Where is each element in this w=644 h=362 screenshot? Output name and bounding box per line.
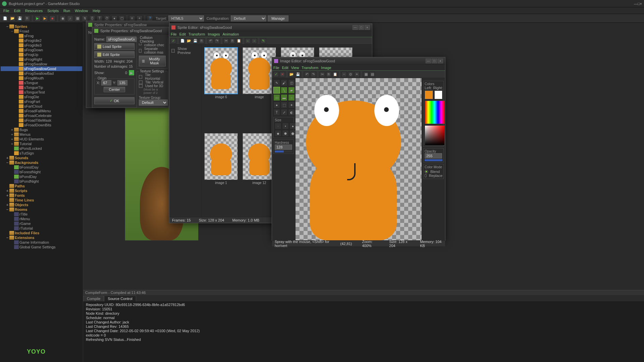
tree-sprite[interactable]: sFrogRight [1, 57, 82, 62]
edit-icon[interactable]: ✎ [261, 38, 266, 44]
redo-icon[interactable]: ↷ [311, 72, 316, 77]
tree-included[interactable]: Included Files [1, 231, 82, 235]
tree-sprite[interactable]: sPondLocked [1, 146, 82, 151]
open-icon[interactable]: 📂 [9, 15, 15, 21]
menu-transform[interactable]: Transform [189, 32, 205, 36]
save-icon[interactable]: 💾 [295, 72, 301, 77]
tilev-checkbox[interactable] [139, 80, 143, 84]
hue-picker[interactable] [425, 125, 445, 145]
center-button[interactable]: Center [104, 87, 125, 92]
cut-icon[interactable]: ✂ [223, 38, 229, 44]
tree-bg[interactable]: bForestNight [1, 170, 82, 174]
copy-icon[interactable]: ⎘ [230, 38, 235, 44]
sprite-frame[interactable]: image 1 [204, 133, 238, 214]
config-select[interactable]: Default [231, 15, 266, 21]
maximize-icon[interactable]: □ [432, 59, 437, 63]
save-icon[interactable]: 💾 [193, 38, 198, 44]
sprite-frame[interactable]: image 12 [243, 133, 276, 214]
tree-globalsettings[interactable]: Global Game Settings [1, 245, 82, 249]
export-icon[interactable]: ⎘ [24, 15, 30, 21]
menu-animation[interactable]: Animation [223, 32, 239, 36]
texture-group-select[interactable]: Default [139, 100, 168, 106]
tree-scripts[interactable]: +Scripts [1, 188, 82, 193]
tree-sprite[interactable]: sFroadCelebrate [1, 113, 82, 118]
hardness-slider[interactable] [275, 150, 292, 153]
size-6[interactable]: ● [289, 130, 296, 137]
ok-button[interactable]: ✓ OK [94, 97, 135, 104]
right-color[interactable] [434, 90, 443, 99]
paste-icon[interactable]: 📋 [332, 72, 338, 77]
separate-checkbox[interactable] [139, 49, 142, 53]
zoom-in-icon[interactable]: + [354, 72, 360, 77]
canvas[interactable] [296, 78, 422, 240]
sprite-frame[interactable]: image 6 [204, 47, 238, 128]
minimize-icon[interactable]: — [353, 25, 358, 30]
tree-sprite-selected[interactable]: sFrogSwallowGood [1, 66, 82, 71]
open-icon[interactable]: 📂 [289, 72, 294, 77]
pencil-tool[interactable]: ✎ [273, 79, 280, 86]
sprite-icon[interactable]: ◉ [60, 15, 66, 21]
menu-images[interactable]: Images [208, 32, 220, 36]
size-2[interactable]: • [282, 123, 289, 129]
tree-bg[interactable]: bPondNight [1, 179, 82, 184]
tree-sprite[interactable]: sFrogIdle3 [1, 43, 82, 48]
check-icon[interactable]: ✓ [171, 38, 176, 44]
tree-bg[interactable]: bPondDay [1, 174, 82, 179]
opacity-input[interactable] [425, 153, 442, 159]
saveall-icon[interactable]: ⎘ [199, 38, 204, 44]
zoom-out-icon[interactable]: − [341, 72, 347, 77]
ellipsefill-tool[interactable]: ● [273, 102, 280, 108]
tree-gameinfo[interactable]: Game Information [1, 240, 82, 245]
menu-edit[interactable]: Edit [179, 32, 186, 36]
font-icon[interactable]: T [97, 15, 103, 21]
tree-folder[interactable]: +HUD Elements [1, 137, 82, 141]
help-icon[interactable]: ? [147, 15, 153, 21]
tree-extensions[interactable]: −Extensions [1, 235, 82, 240]
size-1[interactable]: · [275, 123, 281, 129]
tree-fonts[interactable]: +Fonts [1, 193, 82, 198]
source-control-tab[interactable]: Source Control [104, 296, 136, 301]
replace-radio[interactable] [425, 174, 427, 177]
tree-sprite[interactable]: sFrogFart [1, 99, 82, 104]
cancel-icon[interactable]: ✕ [280, 72, 285, 77]
minimize-icon[interactable]: — [426, 59, 431, 63]
menu-file[interactable]: File [273, 66, 279, 70]
opacity-slider[interactable] [425, 159, 442, 161]
bg-icon[interactable]: ▦ [74, 15, 80, 21]
grid-icon[interactable]: ▦ [363, 72, 369, 77]
tree-sprite[interactable]: sFrogMouth [1, 76, 82, 80]
object-icon[interactable]: ● [111, 15, 117, 21]
brush-tool[interactable]: 🖌 [281, 79, 287, 86]
tree-sprite[interactable]: sFrogIdle2 [1, 38, 82, 43]
tree-sprite[interactable]: sFrogDown [1, 48, 82, 52]
rectfill-tool[interactable]: ▬ [281, 94, 287, 101]
tree-sounds[interactable]: +Sounds [1, 156, 82, 160]
size-4[interactable]: ● [275, 130, 281, 137]
preview-checkbox[interactable] [171, 49, 175, 53]
select-tool[interactable]: ⬚ [281, 102, 287, 108]
load-sprite-button[interactable]: Load Sprite [94, 43, 135, 50]
origin-x-input[interactable] [101, 80, 111, 85]
script-icon[interactable]: {} [89, 15, 95, 21]
tree-sprite[interactable]: sTongueTip [1, 85, 82, 90]
modify-mask-button[interactable]: ☰ Modify Mask [139, 56, 166, 66]
run-icon[interactable]: ▶ [35, 15, 41, 21]
picker-tool[interactable]: ⤢ [281, 109, 287, 116]
hardness-input[interactable] [275, 144, 292, 150]
tree-folder[interactable]: +Bugs [1, 127, 82, 132]
name-input[interactable] [106, 37, 137, 42]
path-icon[interactable]: ↯ [82, 15, 88, 21]
menu-resources[interactable]: Resources [23, 8, 45, 13]
play-icon[interactable]: ▶ [128, 70, 135, 76]
resource-tree[interactable]: −Sprites −Froad sFrog sFrogIdle2 sFrogId… [0, 23, 83, 362]
text-tool[interactable]: T [273, 109, 280, 116]
tree-rooms[interactable]: −Rooms [1, 207, 82, 212]
redo-icon[interactable]: ↷ [214, 38, 220, 44]
tree-sprites[interactable]: −Sprites [1, 24, 82, 29]
menu-view[interactable]: View [291, 66, 299, 70]
grid2-icon[interactable]: ▤ [370, 72, 375, 77]
size-5[interactable]: ● [282, 130, 289, 137]
tree-sprite[interactable]: sFartCloud [1, 104, 82, 109]
tree-sprite[interactable]: sFrogSwallowBad [1, 71, 82, 76]
tree-sprite[interactable]: sFrogUp [1, 52, 82, 57]
